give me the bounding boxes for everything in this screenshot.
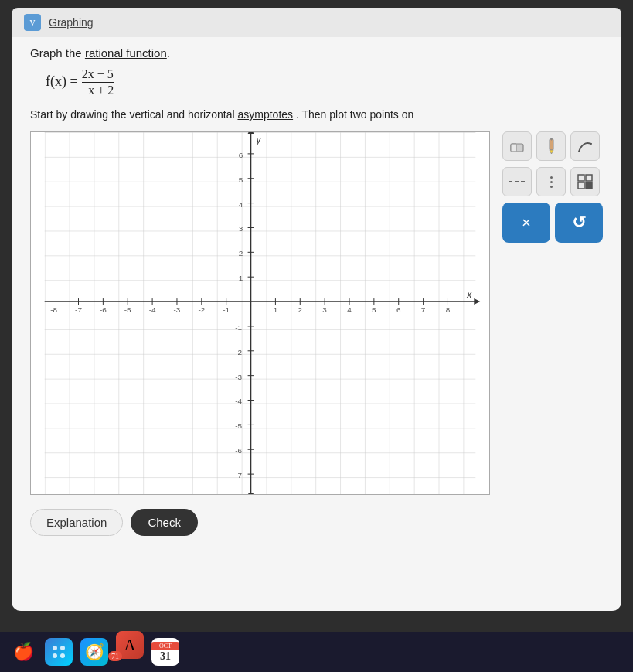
dotted-line-button[interactable] (536, 167, 566, 196)
svg-rect-67 (511, 144, 516, 152)
svg-text:3: 3 (239, 224, 243, 233)
svg-text:5: 5 (239, 176, 243, 184)
undo-button[interactable]: ↺ (555, 203, 603, 243)
tools-mid-row (502, 167, 603, 196)
svg-text:4: 4 (347, 305, 352, 314)
svg-text:-5: -5 (235, 421, 242, 430)
svg-text:-1: -1 (223, 305, 230, 314)
eraser-icon (509, 138, 526, 155)
header-title: Graphing (49, 16, 94, 29)
pencil-button[interactable] (536, 131, 566, 161)
app-icon-wrapper: A 71 (116, 631, 144, 672)
svg-text:-5: -5 (124, 305, 131, 314)
pencil-icon (543, 138, 560, 155)
svg-text:-2: -2 (235, 348, 242, 356)
check-button[interactable]: Check (131, 509, 198, 536)
svg-text:-4: -4 (235, 397, 242, 405)
svg-text:-3: -3 (235, 373, 242, 381)
main-container: v Graphing Graph the rational function. … (12, 8, 621, 611)
svg-rect-74 (578, 182, 584, 189)
svg-text:1: 1 (274, 305, 278, 314)
svg-text:-8: -8 (50, 305, 57, 314)
sub-instruction: Start by drawing the vertical and horizo… (30, 108, 603, 121)
svg-rect-1 (45, 132, 476, 494)
svg-text:6: 6 (396, 305, 401, 314)
header-bar: v Graphing (12, 8, 621, 37)
safari-icon[interactable]: 🧭 (80, 638, 108, 666)
svg-text:-4: -4 (149, 305, 156, 314)
explanation-button[interactable]: Explanation (30, 509, 123, 536)
function-display: f(x) = 2x − 5 −x + 2 (46, 67, 603, 97)
launchpad-icon[interactable] (45, 638, 73, 666)
curve-icon (577, 138, 594, 155)
dashed-line-button[interactable] (502, 167, 532, 196)
grid-icon (577, 174, 593, 189)
svg-text:4: 4 (239, 200, 243, 209)
curve-button[interactable] (570, 131, 600, 161)
grid-button[interactable] (570, 167, 600, 196)
svg-text:5: 5 (372, 305, 376, 314)
taskbar: 🍎 🧭 A 71 OCT 31 (0, 632, 633, 672)
chevron-icon[interactable]: v (24, 14, 41, 31)
function-fraction: 2x − 5 −x + 2 (81, 67, 114, 97)
svg-text:8: 8 (446, 305, 451, 314)
svg-marker-70 (550, 150, 553, 154)
svg-marker-5 (248, 132, 254, 134)
calendar-icon: OCT 31 (151, 638, 179, 666)
numerator: 2x − 5 (82, 67, 114, 83)
svg-rect-72 (578, 175, 584, 181)
svg-text:-2: -2 (198, 305, 205, 314)
content-row: -1 -2 -3 -4 -5 -6 -7 -8 1 2 3 4 5 6 7 8 … (30, 131, 603, 495)
svg-rect-75 (586, 182, 592, 189)
clear-button[interactable]: × (502, 203, 550, 243)
svg-point-77 (60, 646, 65, 650)
svg-marker-6 (248, 493, 254, 494)
svg-rect-69 (550, 139, 553, 150)
tools-panel: × ↺ (502, 131, 603, 243)
tools-action-row: × ↺ (502, 203, 603, 243)
svg-text:1: 1 (239, 274, 243, 282)
svg-text:y: y (256, 135, 262, 145)
svg-text:-6: -6 (100, 305, 107, 314)
denominator: −x + 2 (81, 83, 114, 97)
svg-text:6: 6 (239, 151, 243, 159)
svg-point-78 (53, 653, 57, 658)
svg-text:-1: -1 (235, 323, 242, 332)
svg-point-79 (60, 653, 65, 658)
svg-text:-7: -7 (235, 471, 242, 479)
svg-text:-7: -7 (75, 305, 82, 314)
graph-svg[interactable]: -1 -2 -3 -4 -5 -6 -7 -8 1 2 3 4 5 6 7 8 … (31, 132, 489, 494)
svg-point-76 (53, 646, 57, 650)
svg-text:x: x (466, 289, 472, 300)
svg-text:2: 2 (298, 305, 303, 314)
dashed-line-icon (509, 181, 526, 182)
eraser-button[interactable] (502, 131, 532, 161)
svg-text:3: 3 (322, 305, 327, 314)
badge-number: 71 (108, 651, 122, 661)
rational-function-link[interactable]: rational function (85, 46, 167, 60)
svg-text:-6: -6 (235, 446, 242, 455)
svg-text:-3: -3 (174, 305, 181, 314)
svg-text:2: 2 (239, 249, 243, 258)
svg-marker-4 (474, 298, 480, 305)
svg-rect-73 (586, 175, 592, 181)
instruction-text: Graph the rational function. (30, 46, 603, 60)
graph-area[interactable]: -1 -2 -3 -4 -5 -6 -7 -8 1 2 3 4 5 6 7 8 … (30, 131, 490, 495)
svg-text:7: 7 (421, 305, 426, 314)
bottom-row: Explanation Check (30, 509, 603, 536)
asymptotes-link[interactable]: asymptotes (237, 108, 293, 121)
tools-top-row (502, 131, 603, 161)
apple-icon[interactable]: 🍎 (9, 638, 37, 666)
calendar-icon-wrapper[interactable]: OCT 31 (151, 638, 179, 666)
dotted-line-icon (550, 176, 553, 188)
